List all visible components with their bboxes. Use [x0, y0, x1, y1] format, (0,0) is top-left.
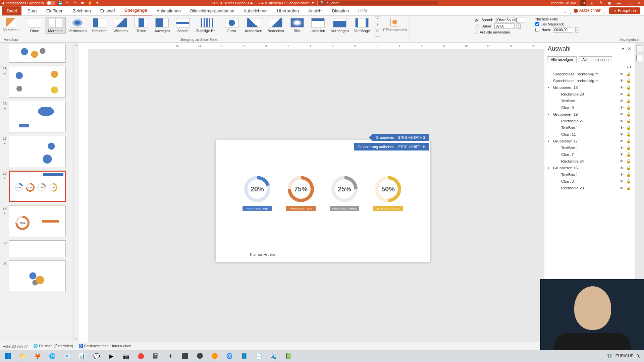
move-down-icon[interactable]: ▾	[630, 65, 631, 69]
lock-icon[interactable]: 🔓	[626, 152, 631, 157]
thumbnail-scrollbar[interactable]: ▴ ▾	[73, 43, 79, 342]
scroll-down-icon[interactable]: ▾	[73, 337, 79, 342]
transition-umfallen[interactable]: Umfallen	[308, 17, 328, 34]
pane-dropdown-icon[interactable]: ▾	[622, 46, 624, 51]
task-app3[interactable]: 🔴	[134, 351, 148, 361]
task-app5[interactable]: 🟠	[208, 351, 221, 361]
tab-draw[interactable]: Zeichnen	[68, 6, 95, 15]
tab-view[interactable]: Ansicht	[304, 6, 327, 15]
task-firefox[interactable]: 🦊	[31, 351, 44, 361]
lock-icon[interactable]: 🔓	[626, 179, 631, 184]
thumbnail-26[interactable]: 26★	[0, 101, 72, 132]
slide-canvas[interactable]: Gruppieren STRG +SHIFT+ G Gruppierung au…	[88, 49, 544, 342]
autosave-toggle[interactable]	[47, 1, 55, 5]
thumbnail-28[interactable]: 28★20%75%25%50%	[0, 171, 72, 202]
selection-item[interactable]: Chart 9👁🔓	[546, 104, 633, 111]
selection-item[interactable]: TextBox 1👁🔓	[546, 124, 633, 131]
selection-item[interactable]: Chart 11👁🔓	[546, 131, 633, 138]
side-tab-1[interactable]	[636, 45, 643, 52]
visibility-icon[interactable]: 👁	[619, 179, 625, 183]
selection-item[interactable]: Sprechblase: rechteckig m...👁🔓	[546, 71, 633, 77]
visibility-icon[interactable]: 👁	[619, 166, 625, 170]
lock-icon[interactable]: 🔓	[626, 72, 631, 76]
visibility-icon[interactable]: 👁	[619, 146, 625, 150]
tab-insert[interactable]: Einfügen	[42, 6, 68, 15]
transition-verhängen[interactable]: Verhängen	[328, 17, 352, 34]
lock-icon[interactable]: 🔓	[626, 132, 631, 137]
hide-all-button[interactable]: Alle ausblenden	[579, 56, 612, 63]
effect-options-button[interactable]: Effektoptionen	[380, 17, 409, 33]
undo-icon[interactable]: ↶	[65, 1, 70, 5]
lock-icon[interactable]: 🔓	[626, 159, 631, 164]
tab-review[interactable]: Überprüfen	[272, 6, 304, 15]
transition-schieben[interactable]: Schieben	[89, 17, 110, 34]
pane-close-icon[interactable]: ✕	[628, 46, 631, 51]
visibility-icon[interactable]: 👁	[619, 153, 625, 157]
side-tab-2[interactable]	[636, 55, 643, 61]
collapse-ribbon-icon[interactable]: ⌄	[563, 9, 568, 13]
transition-zufällige ba...[interactable]: Zufällige Ba...	[193, 17, 221, 34]
donut-chart-1[interactable]: 20%ANALYSIS ONE	[243, 176, 272, 211]
present-icon[interactable]: ▭	[80, 1, 85, 5]
lock-icon[interactable]: 🔓	[626, 139, 631, 143]
transition-ohne[interactable]: Ohne	[24, 17, 45, 34]
transition-form[interactable]: Form	[221, 17, 242, 34]
lock-icon[interactable]: 🔓	[626, 172, 631, 177]
task-outlook[interactable]: 📧	[60, 351, 74, 361]
tab-file[interactable]: Datei	[2, 6, 21, 15]
lock-icon[interactable]: 🔓	[626, 112, 631, 117]
user-name[interactable]: Thomas Hruska	[550, 1, 576, 5]
lock-icon[interactable]: 🔓	[626, 105, 631, 110]
lock-icon[interactable]: 🔓	[626, 78, 631, 83]
thumbnail-27[interactable]: 27★	[0, 136, 72, 167]
thumbnail-partial[interactable]	[0, 44, 72, 63]
accessibility-check[interactable]: ♿ Barrierefreiheit: Untersuchen	[78, 344, 131, 348]
show-all-button[interactable]: Alle anzeigen	[547, 56, 577, 63]
selection-item[interactable]: Chart 3👁🔓	[546, 178, 633, 185]
task-excel[interactable]: 📗	[282, 351, 295, 361]
visibility-icon[interactable]: 👁	[619, 106, 625, 110]
visibility-icon[interactable]: 👁	[619, 92, 625, 96]
selection-item[interactable]: ▾Gruppieren 19👁🔓	[546, 111, 633, 118]
task-onenote[interactable]: 📓	[149, 351, 162, 361]
share-button[interactable]: ↗Freigeben	[609, 7, 640, 14]
thumbnail-29[interactable]: 29★75%	[0, 205, 72, 237]
visibility-icon[interactable]: 👁	[619, 99, 625, 103]
sound-select[interactable]	[495, 17, 525, 22]
lock-icon[interactable]: 🔓	[626, 92, 631, 97]
tab-help[interactable]: Hilfe	[354, 6, 372, 15]
saved-location[interactable]: • Auf "diesem PC" gespeichert	[259, 1, 308, 5]
transitions-gallery-more[interactable]: ▴▾⊟	[375, 16, 380, 37]
visibility-icon[interactable]: 👁	[619, 119, 625, 123]
on-click-checkbox[interactable]	[535, 22, 539, 26]
thumbnail-30[interactable]: 30	[0, 240, 72, 257]
selection-item[interactable]: ▾Gruppieren 18👁🔓	[546, 84, 633, 91]
preview-button[interactable]: Vorschau	[1, 17, 21, 33]
apply-all-button[interactable]: ⇶Auf alle anwenden	[475, 30, 525, 34]
transition-blitz[interactable]: Blitz	[287, 17, 308, 34]
transition-morphen[interactable]: Morphen	[45, 17, 66, 34]
visibility-icon[interactable]: 👁	[619, 85, 625, 89]
selection-item[interactable]: ▾Gruppieren 17👁🔓	[546, 138, 633, 144]
tab-start[interactable]: Start	[23, 6, 41, 15]
coming-soon-icon[interactable]: ◎	[590, 1, 594, 5]
visibility-icon[interactable]: 👁	[619, 79, 625, 83]
task-app8[interactable]: 📄	[252, 351, 266, 361]
selection-item[interactable]: Rectangle 27👁🔓	[546, 118, 633, 124]
transition-vorhänge[interactable]: Vorhänge	[352, 17, 373, 34]
visibility-icon[interactable]: 👁	[619, 126, 625, 130]
selection-item[interactable]: TextBox 1👁🔓	[546, 98, 633, 104]
touch-icon[interactable]: ☝	[88, 1, 92, 5]
selection-item[interactable]: TextBox 1👁🔓	[546, 144, 633, 151]
task-obs[interactable]: ⚫	[193, 351, 207, 361]
transition-verblassen[interactable]: Verblassen	[66, 17, 89, 34]
selection-item[interactable]: Rectangle 28👁🔓	[546, 91, 633, 98]
visibility-icon[interactable]: 👁	[619, 159, 625, 163]
slide[interactable]: Gruppieren STRG +SHIFT+ G Gruppierung au…	[216, 140, 430, 262]
duration-input[interactable]	[494, 23, 515, 29]
avatar[interactable]: TH	[580, 0, 586, 6]
donut-chart-2[interactable]: 75%ANALYSIS TWO	[286, 176, 316, 211]
selection-item[interactable]: Sprechblase: rechteckig m...👁🔓	[546, 77, 633, 84]
start-button[interactable]	[1, 351, 15, 361]
visibility-icon[interactable]: 👁	[619, 186, 625, 190]
